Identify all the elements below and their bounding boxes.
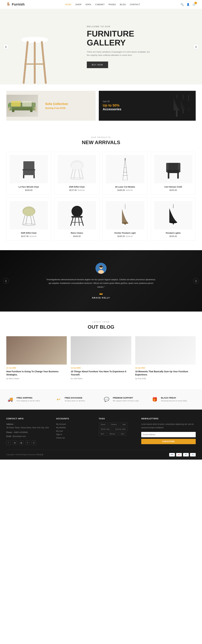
nav-item-sofa[interactable]: SOFA: [85, 3, 91, 6]
product-card[interactable]: DSR Eiffel Chair $137.00$118.00: [6, 198, 51, 241]
chevron-left-icon: ❮: [5, 46, 7, 48]
hero-section: ❮ WELCOME TO OUR FURNITURE GALLERY There…: [0, 9, 202, 84]
rss-icon[interactable]: ▣: [19, 440, 23, 445]
instagram-icon[interactable]: ◉: [13, 440, 17, 445]
hero-next-button[interactable]: ❯: [193, 44, 199, 50]
testimonial-text: "Investigationes demonstraverunt lectore…: [46, 278, 156, 289]
svg-line-34: [81, 169, 83, 178]
footer-tag[interactable]: Men: [99, 432, 106, 436]
blog-card[interactable]: 12 Jun 2023 10 Things About Furniture Yo…: [71, 336, 131, 380]
footer-account-link[interactable]: Sign In: [56, 433, 92, 436]
footer-tags-title: TAGS: [99, 418, 135, 420]
blog-card[interactable]: 12 Jun 2023 10 Moments That Basically Su…: [135, 336, 196, 380]
product-price-block: $137.00$115.00: [58, 189, 96, 191]
footer-account-link[interactable]: My Wishlist: [56, 426, 92, 430]
cart-icon[interactable]: 🛒 1: [192, 3, 196, 6]
email-input[interactable]: [141, 432, 196, 437]
product-card[interactable]: Pendant Lights $245.00: [151, 198, 196, 241]
footer-tag[interactable]: Women: [108, 432, 118, 436]
product-name: Le Parc Minotti Chair: [10, 186, 48, 188]
footer-accounts-title: ACCOUNTS: [56, 418, 92, 420]
hero-prev-button[interactable]: ❮: [3, 44, 9, 50]
product-card[interactable]: DSR Eiffel Chair $137.00$115.00: [54, 152, 99, 195]
footer-accounts: ACCOUNTS My AccountMy WishlistMy CartSig…: [56, 418, 92, 445]
product-card[interactable]: Le Parc Minotti Chair $169.00: [6, 152, 51, 195]
svg-rect-49: [177, 173, 179, 178]
nav-item-pages[interactable]: PAGES: [109, 3, 116, 6]
pinterest-icon[interactable]: ⊕: [32, 440, 36, 445]
footer-contact-title: CONTACT INFO: [6, 418, 50, 420]
social-icons: f◉▣✈⊕: [6, 440, 50, 445]
product-image: [10, 201, 48, 230]
footer-tags: TAGS BrandFashionSaleWinter SaleSummer S…: [99, 418, 135, 445]
blog-image: [6, 336, 67, 364]
nav-item-contact[interactable]: CONTACT: [130, 3, 140, 6]
footer-tag[interactable]: Brand: [99, 422, 108, 426]
product-name: DSR Eiffel Chair: [10, 232, 48, 234]
new-arrivals-section: OUR PRODUCTS NEW ARRIVALS Le Parc Minott…: [0, 127, 202, 250]
footer-account-link[interactable]: My Account: [56, 422, 92, 426]
footer-email-label: Email :: [6, 435, 12, 438]
footer-tag[interactable]: Summer Sale: [113, 427, 128, 431]
account-icon[interactable]: 👤: [186, 3, 190, 6]
facebook-icon[interactable]: f: [6, 440, 11, 445]
chevron-left-icon: ❮: [5, 280, 7, 282]
feature-icon: 🚚: [6, 396, 14, 403]
product-image: [106, 201, 144, 230]
testimonial-section: ❮ "Investigationes demonstraverunt lecto…: [0, 250, 202, 312]
feature-item: 🚚 FREE SHIPPING Free shipping on all UK …: [6, 396, 51, 403]
svg-line-3: [42, 42, 46, 83]
nav-item-cabinet[interactable]: CABINET: [95, 3, 105, 6]
lamps-svg: [173, 95, 192, 117]
search-icon[interactable]: 🔍: [180, 3, 184, 6]
promo-section: Sofa Collection Starting From $70$ Sale …: [0, 84, 202, 127]
blog-label: LATEST FROM: [6, 321, 196, 323]
blog-date: 12 Jun 2023: [135, 367, 196, 369]
logo[interactable]: 🪑 Furnish: [6, 2, 25, 6]
product-card[interactable]: Carl Hansen Ch25 $245.00: [151, 152, 196, 195]
header: 🪑 Furnish HOMESHOPSOFACABINETPAGESBLOGCO…: [0, 0, 202, 9]
feature-icon: 💬: [103, 396, 111, 403]
footer-address-value: 28 Green Tower, Street Name, New York Ci…: [6, 426, 49, 429]
copyright-text: Copyright © 2025 All Rights Reserved. 网站…: [6, 454, 43, 456]
footer-tag[interactable]: Sale: [120, 422, 128, 426]
product-card[interactable]: 3d Laser Cut Models $185.00$126.00: [103, 152, 148, 195]
testimonial-next-button[interactable]: ❯: [193, 278, 199, 284]
svg-line-33: [71, 169, 73, 178]
product-price: $137.00: [21, 235, 29, 238]
product-card[interactable]: Retro Chairs $169.00: [54, 198, 99, 241]
nav-item-blog[interactable]: BLOG: [120, 3, 126, 6]
blog-card[interactable]: 13 Jun 2023 How Furniture Is Going To Ch…: [6, 336, 67, 380]
subscribe-button[interactable]: SUBSCRIBE: [141, 439, 196, 444]
promo-sale-category: Accessories: [103, 108, 121, 111]
sofa-svg: [8, 98, 36, 114]
svg-line-61: [75, 218, 75, 226]
buy-now-button[interactable]: BUY NOW: [87, 62, 108, 68]
footer-bottom: Copyright © 2025 All Rights Reserved. 网站…: [6, 450, 196, 456]
blog-date: 12 Jun 2023: [71, 367, 131, 369]
testimonial-prev-button[interactable]: ❮: [3, 278, 9, 284]
crown-icon: [99, 292, 103, 295]
twitter-icon[interactable]: ✈: [25, 440, 30, 445]
footer-tag[interactable]: Kids: [119, 432, 126, 436]
testimonial-name: GRACE KELLY: [46, 296, 156, 299]
nav-item-home[interactable]: HOME: [65, 3, 71, 6]
footer-address-label: Address :: [6, 423, 14, 425]
blog-post-title: 10 Moments That Basically Sum Up Your Fu…: [135, 370, 196, 376]
footer-tag[interactable]: Winter Sale: [99, 427, 112, 431]
footer-account-link[interactable]: My Cart: [56, 430, 92, 433]
product-card[interactable]: Kichler Pendant Light $185.00$126.00: [103, 198, 148, 241]
svg-rect-44: [167, 163, 180, 171]
promo-accessories-card[interactable]: Sale Off Up to 50% Accessories: [99, 91, 196, 121]
blog-section: LATEST FROM OUT BLOG 13 Jun 2023 How Fur…: [0, 312, 202, 389]
testimonial-avatar: [95, 263, 107, 274]
promo-sofa-card[interactable]: Sofa Collection Starting From $70$: [6, 91, 96, 121]
nav-item-shop[interactable]: SHOP: [75, 3, 82, 6]
product-name: Pendant Lights: [154, 232, 192, 234]
promo-sale-percent: Up to 50%: [103, 103, 121, 108]
svg-point-72: [98, 270, 104, 274]
footer-account-link[interactable]: Check out: [56, 436, 92, 440]
product-name: Retro Chairs: [58, 232, 96, 234]
blog-author: by Mary Harper: [6, 378, 67, 380]
footer-tag[interactable]: Fashion: [109, 422, 119, 426]
